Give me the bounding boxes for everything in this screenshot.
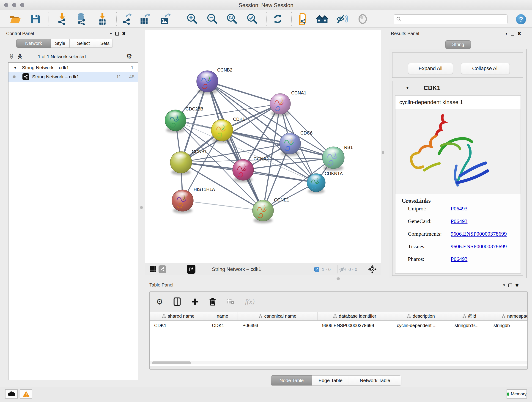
gene-description: cyclin-dependent kinase 1 [395,96,520,109]
table-cell[interactable]: cyclin-dependent ... [392,321,450,330]
open-session-button[interactable] [9,13,21,25]
network-name: String Network – cdk1 [32,74,79,80]
tab-sets[interactable]: Sets [97,39,113,48]
node-count: 11 [116,74,121,80]
tab-string[interactable]: String [445,40,471,49]
column-header--id[interactable]: @id [450,312,489,320]
cloud-button[interactable] [5,389,18,399]
import-network-file-button[interactable] [56,13,68,25]
network-row-selected[interactable]: String Network – cdk1 11 48 [8,72,138,82]
column-header-shared-name[interactable]: shared name [150,312,207,320]
eye-slash-icon [336,14,348,24]
table-cell[interactable]: stringdb:9... [450,321,489,330]
delete-column-icon[interactable] [209,298,216,306]
table-cell[interactable]: stringdb [489,321,527,330]
export-image-button[interactable] [159,13,171,25]
cytoscape-window: Session: New Session [0,0,532,402]
pan-crosshair-icon[interactable] [368,265,377,274]
save-session-button[interactable] [30,13,41,25]
main-toolbar: ? [0,10,532,28]
tab-select[interactable]: Select [70,39,97,48]
panel-float-icon[interactable] [115,32,119,36]
column-header-description[interactable]: description [392,312,450,320]
table-toolbar: ⚙ f(x) [150,292,527,312]
table-cell[interactable]: CDK1 [207,321,238,330]
panel-close-icon[interactable]: ✖ [515,283,519,288]
warning-button[interactable] [20,389,32,399]
database-import-icon [76,13,87,25]
table-settings-icon[interactable]: ⚙ [156,297,163,306]
toolbar-separator [203,265,203,274]
table-cell[interactable]: 9606.ENSP00000378699 [317,321,392,330]
network-canvas[interactable]: CCNB2CCNA1CDC25BCDK1CDC6RB1CCNB1CCNA2CDK… [145,30,381,263]
columns-icon[interactable] [173,297,181,306]
import-network-database-button[interactable] [76,13,88,25]
splitter-handle[interactable] [336,277,340,280]
selected-checkbox-icon[interactable]: ✓ [314,267,319,272]
panel-close-icon[interactable]: ✖ [518,31,521,36]
panel-menu-icon[interactable]: ▾ [503,283,505,288]
tab-node-table[interactable]: Node Table [271,375,312,385]
toolbar-separator [49,12,49,26]
tree-expand-icon[interactable]: ▼ [13,66,17,70]
collapse-all-button[interactable]: Collapse All [461,63,510,74]
panel-float-icon[interactable] [508,283,512,287]
network-share-icon[interactable] [158,265,166,273]
search-box [394,14,507,24]
control-panel-tabs: NetworkStyleSelectSets [16,39,113,48]
splitter-handle[interactable] [140,206,143,209]
column-header-database-identifier[interactable]: database identifier [317,312,392,320]
splitter-handle[interactable] [382,151,384,154]
panel-float-icon[interactable] [511,32,514,36]
export-table-button[interactable] [139,13,151,25]
tab-style[interactable]: Style [51,39,70,48]
collection-name: String Network – cdk1 [22,65,69,70]
panel-menu-icon[interactable]: ▾ [110,31,112,36]
section-collapse-icon[interactable]: ▼ [405,86,409,90]
add-column-icon[interactable] [191,298,199,305]
tab-network[interactable]: Network [16,39,51,48]
gear-icon[interactable]: ⚙ [126,52,132,60]
crosslink-link[interactable]: P06493 [451,206,467,212]
zoom-in-button[interactable] [186,13,198,25]
hidden-eye-icon[interactable] [339,267,346,273]
zoom-out-button[interactable] [206,13,218,25]
crosslink-link[interactable]: P06493 [451,218,467,224]
tab-edge-table[interactable]: Edge Table [312,375,349,385]
panel-close-icon[interactable]: ✖ [122,31,126,36]
tab-network-table[interactable]: Network Table [349,375,401,385]
export-network-button[interactable] [121,13,133,25]
scrollbar-thumb[interactable] [152,361,191,364]
column-header-namespace[interactable]: namespace [489,312,527,320]
panel-menu-icon[interactable]: ▾ [505,31,507,36]
column-header-canonical-name[interactable]: canonical name [238,312,317,320]
zoom-fit-button[interactable] [226,13,238,25]
network-collection-row[interactable]: ▼ String Network – cdk1 1 [8,63,138,72]
import-table-button[interactable] [96,13,108,25]
svg-text:CDKN1A: CDKN1A [325,171,343,176]
birds-eye-view-icon[interactable] [150,266,156,272]
table-cell[interactable]: P06493 [238,321,317,330]
detach-view-button[interactable] [187,265,196,274]
cdk1-section-header[interactable]: ▼ CDK1 [393,81,523,95]
expand-all-button[interactable]: Expand All [408,63,453,74]
crosslink-link[interactable]: 9606.ENSP00000378699 [451,243,507,249]
network-list: ▼ String Network – cdk1 1 String Network… [8,62,138,380]
table-horizontal-scrollbar[interactable] [150,361,527,364]
eye-button[interactable] [357,13,369,25]
column-header-name[interactable]: name [207,312,238,320]
clone-network-button[interactable] [297,13,309,25]
table-cell[interactable]: CDK1 [150,321,207,330]
crosslinks-section: CrossLinks Uniprot:P06493GeneCard:P06493… [395,194,520,269]
crosslink-link[interactable]: 9606.ENSP00000378699 [451,231,507,237]
zoom-selected-button[interactable] [246,13,258,25]
show-hide-graphics-button[interactable] [336,13,348,25]
help-button[interactable]: ? [516,14,526,24]
home-button[interactable] [316,13,328,25]
memory-button[interactable]: Memory [507,389,527,399]
table-row[interactable]: CDK1CDK1P064939606.ENSP00000378699cyclin… [150,321,527,330]
crosslink-link[interactable]: P06493 [451,256,467,262]
string-network-graph[interactable]: CCNB2CCNA1CDC25BCDK1CDC6RB1CCNB1CCNA2CDK… [145,30,381,263]
refresh-button[interactable] [272,13,284,25]
search-input[interactable] [402,17,502,22]
